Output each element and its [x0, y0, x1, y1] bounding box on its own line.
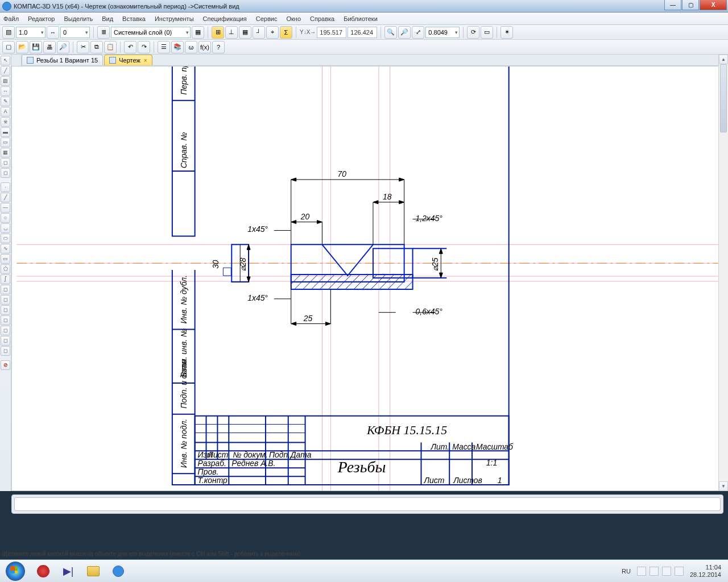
- flag-icon[interactable]: [650, 567, 659, 576]
- tab-drawing[interactable]: Чертеж ×: [104, 55, 152, 65]
- ts-arrow[interactable]: ↖: [1, 56, 10, 65]
- undo-icon[interactable]: ↶: [124, 41, 136, 53]
- taskbar-opera[interactable]: [32, 562, 55, 580]
- copy-icon[interactable]: ⧉: [90, 41, 103, 53]
- paste-icon[interactable]: 📋: [104, 41, 117, 53]
- ts-c4[interactable]: ◻: [1, 315, 10, 325]
- tray-clock[interactable]: 11:04 28.12.2014: [685, 564, 726, 579]
- ts-b1[interactable]: ◻: [1, 158, 10, 168]
- preview-icon[interactable]: 🔎: [57, 41, 69, 53]
- ts-c5[interactable]: ◻: [1, 326, 10, 335]
- scale-combo[interactable]: 1.0: [16, 27, 46, 38]
- ts-rect[interactable]: ▭: [1, 254, 10, 264]
- redo-icon[interactable]: ↷: [138, 41, 150, 53]
- grid-icon[interactable]: ▦: [239, 26, 251, 39]
- tool-x-icon[interactable]: ✶: [500, 26, 513, 39]
- toggle1-icon[interactable]: ⊞: [212, 26, 224, 39]
- step-icon[interactable]: ↔: [47, 26, 59, 39]
- fx-icon[interactable]: f(x): [198, 41, 211, 53]
- menu-spec[interactable]: Спецификация: [203, 15, 247, 22]
- ts-text[interactable]: A: [1, 107, 10, 117]
- print-icon[interactable]: 🖶: [43, 41, 56, 53]
- ts-poly[interactable]: ⬠: [1, 264, 10, 274]
- menu-view[interactable]: Вид: [102, 15, 113, 22]
- param-icon[interactable]: Σ: [280, 26, 292, 39]
- network-icon[interactable]: [662, 567, 671, 576]
- help-icon[interactable]: ?: [212, 41, 225, 53]
- ts-hor[interactable]: —: [1, 203, 10, 213]
- tray-lang[interactable]: RU: [622, 568, 631, 575]
- open-icon[interactable]: 📂: [16, 41, 28, 53]
- window-minimize[interactable]: —: [664, 0, 681, 10]
- ts-table[interactable]: ▦: [1, 148, 10, 157]
- ts-sym[interactable]: ※: [1, 117, 10, 127]
- tray-icon[interactable]: [637, 567, 646, 576]
- menu-select[interactable]: Выделить: [64, 15, 93, 22]
- window-icon[interactable]: ▭: [481, 26, 493, 39]
- sound-icon[interactable]: [675, 567, 684, 576]
- window-maximize[interactable]: ▢: [682, 0, 699, 10]
- layer-color-icon[interactable]: ▦: [192, 26, 204, 39]
- close-icon[interactable]: ×: [144, 57, 147, 64]
- command-input[interactable]: [14, 497, 721, 511]
- ts-del[interactable]: ▬: [1, 127, 10, 137]
- menu-service[interactable]: Сервис: [256, 15, 278, 22]
- vertical-scrollbar[interactable]: ▲ ▼: [718, 55, 728, 491]
- constraint-icon[interactable]: ⊥: [225, 26, 238, 39]
- ortho-icon[interactable]: ┘: [253, 26, 265, 39]
- menu-help[interactable]: Справка: [310, 15, 334, 22]
- var-icon[interactable]: ω: [185, 41, 197, 53]
- ts-c6[interactable]: ◻: [1, 336, 10, 346]
- step-combo[interactable]: 0: [60, 27, 90, 38]
- ts-edit[interactable]: ✎: [1, 97, 10, 106]
- zoom-combo[interactable]: 0.8049: [425, 27, 460, 38]
- ts-cur[interactable]: ʃ: [1, 275, 10, 284]
- ts-arc[interactable]: ◡: [1, 223, 10, 233]
- ts-c2[interactable]: ◻: [1, 295, 10, 305]
- ts-dim[interactable]: ↔: [1, 86, 10, 96]
- scroll-up-icon[interactable]: ▲: [719, 55, 728, 64]
- ts-pt[interactable]: ·: [1, 182, 10, 192]
- zoom-out-icon[interactable]: 🔎: [398, 26, 411, 39]
- refresh-icon[interactable]: ⟳: [467, 26, 479, 39]
- scroll-down-icon[interactable]: ▼: [719, 481, 728, 491]
- save-icon[interactable]: 💾: [30, 41, 42, 53]
- menu-window[interactable]: Окно: [286, 15, 301, 22]
- ts-ell[interactable]: ⬭: [1, 234, 10, 243]
- state-icon[interactable]: ▧: [2, 26, 15, 39]
- drawing-canvas[interactable]: Перв. примен. Справ. № Инв. № дубл. Взам…: [11, 66, 723, 491]
- menu-lib[interactable]: Библиотеки: [344, 15, 378, 22]
- ts-b2[interactable]: ◻: [1, 168, 10, 178]
- lib-icon[interactable]: 📚: [171, 41, 184, 53]
- ts-c1[interactable]: ◻: [1, 285, 10, 294]
- ts-view[interactable]: ▭: [1, 138, 10, 147]
- ts-cir[interactable]: ○: [1, 213, 10, 223]
- tab-rezby1[interactable]: Резьбы 1 Вариант 15: [22, 55, 103, 65]
- new-icon[interactable]: ▢: [2, 41, 15, 53]
- menu-edit[interactable]: Редактор: [28, 15, 55, 22]
- snap-icon[interactable]: ⌖: [266, 26, 279, 39]
- ts-c7[interactable]: ◻: [1, 346, 10, 356]
- menu-insert[interactable]: Вставка: [122, 15, 146, 22]
- cut-icon[interactable]: ✂: [77, 41, 89, 53]
- ts-line[interactable]: ╱: [1, 66, 10, 76]
- ts-stop[interactable]: ⊘: [1, 360, 10, 370]
- sidebar-toggle[interactable]: [11, 55, 22, 66]
- tree-icon[interactable]: ☰: [158, 41, 170, 53]
- taskbar-kompas[interactable]: [107, 562, 130, 580]
- zoom-fit-icon[interactable]: ⤢: [412, 26, 424, 39]
- ts-hatch[interactable]: ▨: [1, 76, 10, 86]
- taskbar-player[interactable]: ▶|: [57, 562, 80, 580]
- menu-tools[interactable]: Инструменты: [155, 15, 194, 22]
- start-button[interactable]: [0, 560, 31, 583]
- layer-combo[interactable]: Системный слой (0): [111, 27, 191, 38]
- taskbar-explorer[interactable]: [82, 562, 105, 580]
- menu-file[interactable]: Файл: [3, 15, 19, 22]
- window-close[interactable]: X: [700, 0, 727, 10]
- scroll-thumb[interactable]: [720, 64, 727, 132]
- ts-seg[interactable]: ╱: [1, 193, 10, 202]
- layers-icon[interactable]: ≣: [97, 26, 110, 39]
- ts-spl[interactable]: ∿: [1, 244, 10, 253]
- zoom-in-icon[interactable]: 🔍: [384, 26, 397, 39]
- ts-c3[interactable]: ◻: [1, 305, 10, 315]
